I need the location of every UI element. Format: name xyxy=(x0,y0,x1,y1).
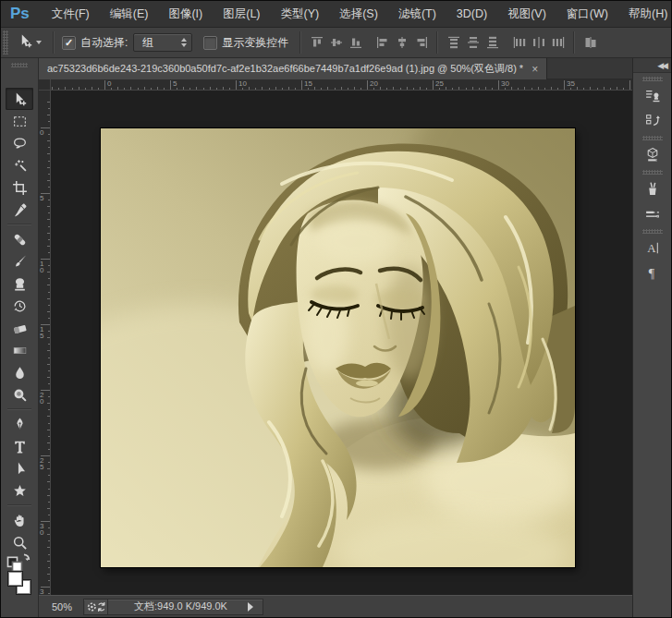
vertical-ruler[interactable]: 05101520253035 xyxy=(39,91,51,595)
ruler-tick xyxy=(393,87,394,90)
ruler-tick xyxy=(458,87,459,90)
magic-wand-tool[interactable] xyxy=(6,154,33,176)
eraser-tool[interactable] xyxy=(6,317,33,339)
dock-group-grip[interactable] xyxy=(642,170,663,175)
dock-group-grip[interactable] xyxy=(642,229,663,234)
zoom-level-field[interactable]: 50% xyxy=(39,601,83,612)
menu-item-help[interactable]: 帮助(H) xyxy=(618,1,672,27)
brush-presets-panel-icon[interactable] xyxy=(638,201,667,225)
menu-item-layer[interactable]: 图层(L) xyxy=(213,1,270,27)
ruler-tick xyxy=(98,88,99,90)
menu-item-type[interactable]: 类型(Y) xyxy=(271,1,330,27)
character-panel-icon[interactable]: A xyxy=(638,236,667,260)
color-swatches xyxy=(6,571,33,600)
align-bottom-button[interactable] xyxy=(346,32,365,53)
path-select-tool[interactable] xyxy=(6,457,33,479)
eyedropper-tool[interactable] xyxy=(6,199,33,221)
collapse-panels-icon[interactable]: ◀◀ xyxy=(657,61,666,70)
dist-top-button[interactable] xyxy=(444,32,463,53)
ruler-tick xyxy=(65,87,66,90)
ruler-origin-corner[interactable] xyxy=(39,79,51,91)
dist-left-button[interactable] xyxy=(509,32,529,53)
ruler-tick xyxy=(47,153,50,154)
ruler-tick xyxy=(255,88,256,90)
align-left-button[interactable] xyxy=(373,32,392,53)
ruler-tick xyxy=(590,87,591,90)
align-hcenter-button[interactable] xyxy=(392,32,411,53)
menu-item-select[interactable]: 选择(S) xyxy=(329,1,388,27)
tool-separator xyxy=(7,408,31,410)
adobe-drive-icon[interactable] xyxy=(85,600,108,614)
menu-item-edit[interactable]: 编辑(E) xyxy=(100,1,159,27)
align-top-button[interactable] xyxy=(307,32,326,53)
status-options-arrow-icon[interactable] xyxy=(248,602,253,612)
lasso-tool[interactable] xyxy=(6,132,33,154)
ruler-tick xyxy=(583,88,584,90)
materials-panel-icon[interactable] xyxy=(638,142,667,166)
ruler-label: 30 xyxy=(501,79,509,88)
dist-hcenter-button[interactable] xyxy=(529,32,548,53)
svg-text:¶: ¶ xyxy=(648,266,654,280)
canvas-viewport[interactable] xyxy=(51,91,632,595)
align-vcenter-button[interactable] xyxy=(326,32,346,53)
options-bar-grip[interactable] xyxy=(3,30,8,55)
history-brush-tool[interactable] xyxy=(6,295,33,317)
ruler-tick xyxy=(47,574,50,575)
gradient-tool[interactable] xyxy=(6,339,33,361)
menu-item-image[interactable]: 图像(I) xyxy=(158,1,213,27)
actions-panel-icon[interactable] xyxy=(638,108,667,132)
horizontal-ruler[interactable]: 05101520253035 xyxy=(51,79,632,91)
tool-preset-picker[interactable] xyxy=(12,33,47,53)
clone-stamp-tool[interactable] xyxy=(6,273,33,295)
ruler-tick xyxy=(413,88,414,90)
move-tool[interactable] xyxy=(6,88,33,110)
marquee-tool[interactable] xyxy=(6,110,33,132)
dist-bottom-button[interactable] xyxy=(483,32,502,53)
ruler-tick xyxy=(524,87,525,90)
ruler-tick xyxy=(557,88,558,90)
menu-item-window[interactable]: 窗口(W) xyxy=(556,1,618,27)
ruler-tick xyxy=(164,88,165,90)
canvas-image[interactable] xyxy=(101,128,575,567)
close-icon[interactable]: × xyxy=(531,64,538,75)
tool-presets-panel-icon[interactable] xyxy=(638,176,667,200)
ruler-tick xyxy=(48,515,50,515)
menu-item-file[interactable]: 文件(F) xyxy=(42,1,100,27)
ruler-tick xyxy=(623,88,624,90)
auto-select-checkbox[interactable]: ✓ xyxy=(62,36,76,50)
menu-item-filter[interactable]: 滤镜(T) xyxy=(388,1,446,27)
brush-tool[interactable] xyxy=(6,250,33,273)
dist-vcenter-button[interactable] xyxy=(463,32,483,53)
shape-tool[interactable] xyxy=(6,479,33,502)
ruler-tick xyxy=(498,80,499,90)
dock-group-grip[interactable] xyxy=(642,77,663,81)
ruler-tick xyxy=(72,88,73,90)
ruler-tick xyxy=(47,140,50,141)
dist-right-button[interactable] xyxy=(548,32,568,53)
dodge-tool[interactable] xyxy=(6,383,33,406)
default-swap-colors[interactable] xyxy=(6,555,33,569)
ruler-tick xyxy=(47,547,50,548)
ruler-tick xyxy=(262,87,263,90)
ruler-tick xyxy=(47,416,50,417)
paragraph-panel-icon[interactable]: ¶ xyxy=(638,261,667,285)
type-tool[interactable] xyxy=(6,435,33,457)
auto-align-button[interactable] xyxy=(580,32,600,53)
document-tab[interactable]: ac75323d6b6de243-219c360b0a50fd7c-af2e1b… xyxy=(39,58,547,79)
pen-tool[interactable] xyxy=(6,413,33,435)
crop-tool[interactable] xyxy=(6,176,33,199)
dock-group-grip[interactable] xyxy=(642,136,663,140)
show-transform-checkbox[interactable] xyxy=(203,36,217,50)
healing-brush-tool[interactable] xyxy=(6,228,33,250)
hand-tool[interactable] xyxy=(6,509,33,531)
align-right-button[interactable] xyxy=(411,32,431,53)
foreground-color-swatch[interactable] xyxy=(7,571,23,587)
ruler-tick xyxy=(48,527,50,528)
blur-tool[interactable] xyxy=(6,361,33,383)
menu-item-3d[interactable]: 3D(D) xyxy=(446,1,497,27)
menu-item-view[interactable]: 视图(V) xyxy=(497,1,556,27)
history-panel-icon[interactable] xyxy=(638,83,667,107)
auto-select-target-dropdown[interactable]: 组 xyxy=(133,33,192,52)
ruler-tick xyxy=(446,87,446,90)
ruler-tick xyxy=(58,88,59,90)
